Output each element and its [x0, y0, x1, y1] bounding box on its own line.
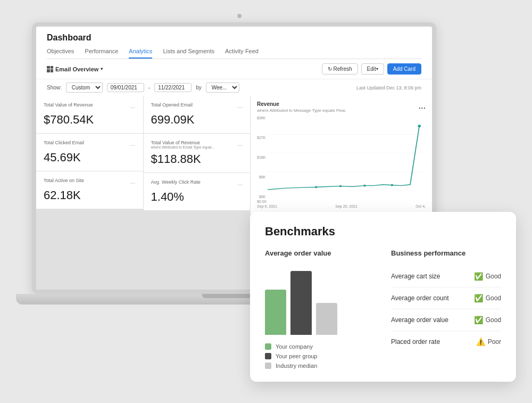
- avg-order-count-label: Average order count: [391, 294, 449, 302]
- bar-your-company: [265, 290, 286, 335]
- metric-label-active-site: Total Active on Site ...: [44, 178, 136, 185]
- metric-clicked-email: Total Clicked Email ... 45.69K: [36, 134, 143, 171]
- tab-performance[interactable]: Performance: [85, 46, 118, 59]
- perf-avg-cart-size: Average cart size ✅ Good: [391, 266, 501, 287]
- legend-dot-green: [265, 343, 271, 350]
- metric-click-rate: Avg. Weekly Click Rate ... 1.40%: [144, 173, 251, 210]
- add-card-button[interactable]: Add Card: [387, 63, 421, 75]
- perf-avg-order-value: Average order value ✅ Good: [391, 309, 501, 331]
- metric-options-opened[interactable]: ...: [237, 102, 243, 110]
- tab-activity-feed[interactable]: Activity Feed: [225, 46, 259, 59]
- performance-section: Business performance Average cart size ✅…: [391, 249, 501, 369]
- warning-icon-placed-order: ⚠️: [476, 338, 485, 346]
- metric-label-value-revenue: Total Value of Revenue where Attributed …: [151, 140, 243, 149]
- metric-options-clicked[interactable]: ...: [130, 140, 136, 147]
- x-label-sep20: Sep 20, 2021: [335, 204, 358, 208]
- chart-options[interactable]: ...: [419, 101, 426, 111]
- grid-icon: [47, 66, 53, 72]
- checkmark-icon-cart: ✅: [474, 272, 483, 281]
- left-metrics: Total Value of Revenue ... $780.54K Tota…: [36, 96, 143, 236]
- legend-industry-median: Industry median: [265, 363, 375, 369]
- legend-dot-dark: [265, 353, 271, 359]
- y-label-9k: $9K: [257, 175, 265, 179]
- toolbar: Email Overview ▾ ↻ Refresh Edit ▾ Add Ca…: [36, 59, 432, 79]
- business-performance-title: Business performance: [391, 249, 501, 257]
- metric-label-clicked-email: Total Clicked Email ...: [44, 140, 136, 147]
- avg-order-count-status: ✅ Good: [474, 294, 501, 302]
- metric-label-click-rate: Avg. Weekly Click Rate ...: [151, 179, 243, 187]
- chevron-down-icon: ▾: [376, 67, 378, 71]
- y-label-0k: $0K: [257, 195, 265, 199]
- date-from-input[interactable]: [107, 83, 144, 92]
- edit-button[interactable]: Edit ▾: [361, 63, 384, 75]
- by-label: by: [196, 85, 202, 91]
- placed-order-rate-label: Placed order rate: [391, 338, 440, 346]
- filters-bar: Show: Custom - by Wee... Last Updated De…: [36, 79, 432, 96]
- bar-chart: [265, 266, 375, 335]
- y-label-27k: $27K: [257, 136, 265, 139]
- checkmark-icon-order-count: ✅: [474, 294, 483, 302]
- metric-label-total-revenue: Total Value of Revenue ...: [44, 102, 136, 110]
- metric-value-total-revenue: $780.54K: [44, 113, 136, 127]
- perf-placed-order-rate: Placed order rate ⚠️ Poor: [391, 331, 501, 352]
- metric-options-val-rev[interactable]: ...: [237, 140, 243, 147]
- perf-avg-order-count: Average order count ✅ Good: [391, 287, 501, 309]
- x-label-oct4: Oct 4,: [415, 204, 426, 208]
- dashboard-header: Dashboard Objectives Performance Analyti…: [36, 27, 432, 59]
- metric-options-active[interactable]: ...: [130, 178, 136, 185]
- avg-order-value-status: ✅ Good: [474, 316, 501, 324]
- chart-legend: Your company Your peer group Industry me…: [265, 343, 375, 369]
- tab-analytics[interactable]: Analytics: [129, 46, 152, 59]
- tab-objectives[interactable]: Objectives: [47, 46, 74, 59]
- revenue-svg: [268, 116, 426, 191]
- metric-opened-email: Total Opened Email ... 699.09K: [144, 96, 251, 133]
- custom-select[interactable]: Custom: [66, 83, 103, 93]
- avg-cart-size-status: ✅ Good: [474, 272, 501, 281]
- y-label-36k: $36K: [257, 116, 265, 120]
- metric-options-click-rate[interactable]: ...: [237, 179, 243, 187]
- tab-lists-segments[interactable]: Lists and Segments: [163, 46, 214, 59]
- middle-metrics: Total Opened Email ... 699.09K Total Val…: [144, 96, 251, 236]
- avg-cart-size-label: Average cart size: [391, 273, 440, 280]
- toolbar-right: ↻ Refresh Edit ▾ Add Card: [322, 63, 421, 75]
- metric-value-active-site: 62.18K: [44, 188, 136, 202]
- legend-your-company: Your company: [265, 343, 375, 350]
- date-separator: -: [148, 85, 150, 91]
- avg-order-value-title: Average order value: [265, 249, 375, 257]
- email-overview-label: Email Overview: [55, 66, 98, 72]
- svg-point-7: [364, 185, 367, 187]
- bar-peer-group: [290, 271, 312, 335]
- metric-value-opened-email: 699.09K: [151, 113, 243, 127]
- show-label: Show:: [47, 85, 62, 91]
- svg-point-5: [315, 186, 318, 188]
- y-label-18k: $18K: [257, 155, 265, 159]
- y-axis-labels: $36K $27K $18K $9K $0K: [257, 116, 268, 199]
- date-to-input[interactable]: [154, 83, 192, 92]
- dashboard-title: Dashboard: [47, 33, 421, 43]
- chevron-down-icon: ▾: [101, 67, 103, 71]
- refresh-button[interactable]: ↻ Refresh: [322, 63, 358, 75]
- legend-peer-group: Your peer group: [265, 353, 375, 359]
- checkmark-icon-order-value: ✅: [474, 316, 483, 324]
- bar-industry-median: [316, 303, 337, 335]
- chart-area: $36K $27K $18K $9K $0K: [257, 116, 426, 199]
- svg-point-8: [391, 184, 394, 186]
- legend-dot-light: [265, 363, 271, 369]
- chart-title: Revenue: [257, 101, 346, 107]
- svg-point-6: [339, 185, 342, 187]
- email-overview-dropdown[interactable]: Email Overview ▾: [47, 66, 103, 72]
- benchmarks-title: Benchmarks: [265, 225, 501, 238]
- placed-order-rate-status: ⚠️ Poor: [476, 338, 501, 346]
- week-select[interactable]: Wee...: [206, 83, 239, 93]
- refresh-icon: ↻: [328, 66, 332, 72]
- chart-section: Average order value Your company Your pe…: [265, 249, 375, 369]
- zero-line-label: $0.00: [257, 200, 426, 203]
- chart-subtitle: where Attributed to Message Type equals …: [257, 108, 346, 113]
- metric-options-revenue[interactable]: ...: [130, 102, 136, 110]
- metric-value-clicked-email: 45.69K: [44, 151, 136, 165]
- x-axis-labels: Sep 6, 2021 Sep 20, 2021 Oct 4,: [257, 204, 426, 208]
- svg-point-9: [418, 125, 421, 127]
- avg-order-value-label: Average order value: [391, 316, 448, 324]
- metric-value-click-rate: 1.40%: [151, 190, 243, 204]
- screen-dot: [237, 14, 242, 18]
